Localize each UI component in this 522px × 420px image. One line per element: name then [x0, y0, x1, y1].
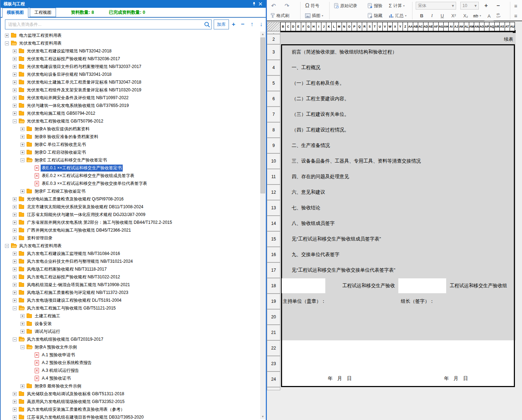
tree-item-label[interactable]: 光伏发电工程资料用表	[18, 40, 63, 47]
column-header[interactable]: AR	[495, 22, 500, 31]
tree-item-label[interactable]: 江苏省太阳能光伏与建筑一体化应用技术规程 DGJ32/J87-2009	[26, 211, 146, 218]
expand-icon[interactable]: +	[21, 330, 24, 334]
tree-item[interactable]: +电力监理工程资料用表	[1, 32, 260, 39]
tree-item[interactable]: +设备安装	[1, 320, 260, 328]
tree-item[interactable]: +江苏省太阳能光伏与建筑一体化应用技术规程 DGJ32/J87-2009	[1, 211, 260, 218]
expand-icon[interactable]: +	[13, 275, 17, 279]
expand-icon[interactable]: +	[21, 314, 24, 318]
tree-item[interactable]: +附录F 工程竣工验收鉴定书	[1, 187, 260, 195]
expand-icon[interactable]: +	[13, 392, 17, 396]
column-header[interactable]: I	[316, 22, 321, 31]
tree-item-label[interactable]: 风力发电工程达标投产验收规程 NB/T31022-2012	[26, 274, 121, 280]
column-header[interactable]: Q	[357, 22, 362, 31]
report-check-button[interactable]: 报验	[366, 1, 384, 10]
row-header[interactable]: 4	[267, 60, 280, 75]
bold-button[interactable]: B	[416, 11, 427, 20]
expand-icon[interactable]: +	[21, 135, 24, 139]
column-header[interactable]: D	[291, 22, 296, 31]
doc-line[interactable]: 见“工程试运和移交生产验收组成员签字表”	[292, 231, 381, 247]
column-header[interactable]: Z	[403, 22, 408, 31]
expand-icon[interactable]: +	[13, 221, 17, 225]
tree-item[interactable]: XA.3 机组试运行报告	[1, 367, 260, 374]
tree-item-label[interactable]: 光伏发电站土建施工单元工程质量评定标准 NB/T32047-2018	[26, 79, 142, 86]
insert-picture-button[interactable]: 插图▾	[304, 11, 325, 20]
expand-icon[interactable]: +	[13, 260, 17, 263]
column-header[interactable]: AF	[433, 22, 438, 31]
tree-item[interactable]: −光伏发电工程资料用表	[1, 39, 260, 47]
doc-line[interactable]: 九、交接单位代表签字	[292, 247, 339, 262]
tree-item-label[interactable]: 风力发电场项目建设工程验收规程 DL/T5191-2004	[26, 297, 123, 304]
font-name-select[interactable]: 宋体▾	[416, 2, 456, 10]
decrease-font-button[interactable]: −	[495, 1, 501, 10]
tree-item[interactable]: +风力发电工程达标投产验收规程 NB/T31022-2012	[1, 273, 260, 281]
expand-icon[interactable]: +	[13, 228, 17, 232]
underline-button[interactable]: U	[437, 11, 448, 20]
expand-icon[interactable]: +	[21, 384, 24, 388]
expand-icon[interactable]: +	[21, 322, 24, 326]
tree-item-label[interactable]: 附录B 最终验收文件示例	[34, 383, 82, 390]
column-header[interactable]: C	[286, 22, 291, 31]
row-header[interactable]: 7	[267, 107, 280, 122]
tree-item[interactable]: +附录B 最终验收文件示例	[1, 382, 260, 390]
tree-item-label[interactable]: 风电场工程施工质量检验与评定规程 NB/T11372-2023	[26, 289, 129, 296]
expand-icon[interactable]: +	[13, 400, 17, 404]
expand-icon[interactable]: +	[13, 291, 17, 295]
column-header[interactable]: V	[383, 22, 388, 31]
undo-button[interactable]: ↶	[270, 1, 277, 10]
subscript-button[interactable]: X₂	[460, 11, 472, 20]
expand-icon[interactable]: +	[13, 236, 17, 240]
tree-item-label[interactable]: 表E.0.2 ××工程试运和移交生产验收组成员签字表	[41, 172, 135, 179]
tree-item[interactable]: +附录A 验收应提供的档案资料	[1, 125, 260, 133]
tree-item[interactable]: +光伏发电工程建设监理规范 NB/T32042-2018	[1, 47, 260, 55]
expand-icon[interactable]: +	[13, 73, 17, 76]
doc-line[interactable]: （四）工程建设过程情况。	[292, 122, 349, 138]
tree-item-label[interactable]: 电力监理工程资料用表	[18, 32, 63, 39]
doc-line[interactable]: 七、验收结论	[292, 200, 320, 216]
tree-item-label[interactable]: 表E.0.1 ××工程试运和移交生产验收签定书	[41, 165, 123, 171]
tree-item[interactable]: +江苏省风力发电机组在建项目首件验收规范 DB32/T3953-2020	[1, 413, 260, 420]
collapse-icon[interactable]: −	[13, 119, 17, 123]
tree-item[interactable]: +风力发电工程建设施工监理规范 NB/T31084-2016	[1, 250, 260, 257]
row-header[interactable]: 20	[267, 309, 280, 325]
column-header[interactable]: J	[321, 22, 326, 31]
tree-item-label[interactable]: 风电机组混凝土-钢混合塔筒施工规范 NB/T10908-2021	[26, 282, 131, 288]
column-header[interactable]: W	[388, 22, 393, 31]
font-color-button[interactable]: A	[484, 12, 494, 22]
tree-item-label[interactable]: 风力发电工程资料用表	[18, 243, 63, 249]
column-header[interactable]: R	[362, 22, 367, 31]
tree-scrollbar[interactable]: ▲ ▼	[260, 32, 265, 419]
tree-item[interactable]: +风力发电企业科技文件归档与整理规范 NB/T31021-2024	[1, 257, 260, 265]
tree-item[interactable]: XA.1 预验收申请书	[1, 351, 260, 359]
group-leader-input-box[interactable]	[398, 278, 446, 293]
row-header[interactable]: 15	[267, 231, 280, 247]
tree-item[interactable]: +资料管理目录	[1, 234, 260, 242]
column-header[interactable]: F	[301, 22, 306, 31]
tree-item-label[interactable]: 风电场工程档案验收规程 NB/T31118-2017	[26, 266, 108, 273]
tree-item-label[interactable]: 附录E 工程试运和移交生产验收签定书	[34, 157, 108, 164]
font-size-select[interactable]: 10▾	[460, 2, 479, 10]
superscript-button[interactable]: X²	[448, 11, 460, 20]
doc-line[interactable]: （二）工程主要建设内容。	[292, 91, 349, 107]
expand-icon[interactable]: +	[21, 189, 24, 193]
tree-item[interactable]: +调试与试运行	[1, 328, 260, 335]
row-header[interactable]: 16	[267, 247, 280, 262]
close-icon[interactable]	[257, 1, 264, 7]
tree-item[interactable]: −风力发电工程资料用表	[1, 242, 260, 250]
column-header[interactable]: AD	[423, 22, 428, 31]
column-header[interactable]: AA	[408, 22, 413, 31]
doc-line[interactable]: 二、生产准备情况	[292, 138, 330, 153]
column-header[interactable]: AK	[459, 22, 464, 31]
tree-item[interactable]: −附录E 工程试运和移交生产验收签定书	[1, 156, 260, 164]
column-header[interactable]: H	[311, 22, 316, 31]
tree-item-label[interactable]: 江苏省风力发电机组在建项目首件验收规范 DB32/T3953-2020	[26, 414, 145, 420]
expand-icon[interactable]: +	[13, 299, 17, 302]
row-header[interactable]: 14	[267, 216, 280, 231]
tree-item[interactable]: +光伏发电站设备后评价规程 NB/T32041-2018	[1, 70, 260, 78]
tree-item-label[interactable]: A.2 预验收分系统检查报告	[41, 359, 93, 366]
tree-item[interactable]: +风电场工程施工质量检验与评定规程 NB/T11372-2023	[1, 289, 260, 296]
tree-item[interactable]: +风力发电场项目建设工程验收规程 DL/T5191-2004	[1, 296, 260, 304]
format-painter-button[interactable]: 格式刷	[269, 11, 291, 20]
menu-icon-secondary[interactable]: ≡	[513, 11, 519, 20]
tree-item-label[interactable]: 附录F 工程竣工验收鉴定书	[34, 188, 86, 195]
row-header[interactable]: 17	[267, 262, 280, 278]
